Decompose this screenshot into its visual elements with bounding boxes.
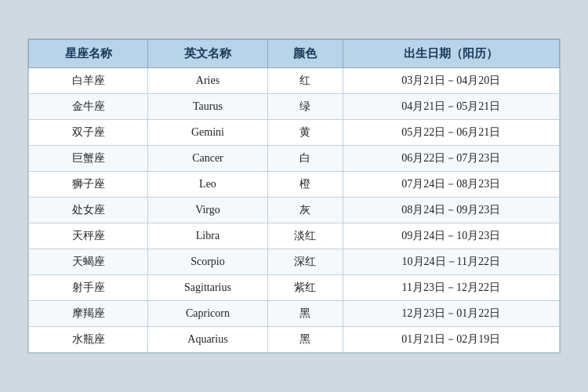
cell-color: 绿 bbox=[267, 94, 343, 120]
cell-chinese: 巨蟹座 bbox=[29, 146, 148, 172]
cell-dates: 09月24日－10月23日 bbox=[343, 223, 559, 249]
cell-english: Virgo bbox=[148, 198, 267, 223]
zodiac-table-container: 星座名称 英文名称 颜色 出生日期（阳历） 白羊座Aries红03月21日－04… bbox=[27, 38, 561, 354]
cell-dates: 07月24日－08月23日 bbox=[343, 172, 559, 198]
table-row: 射手座Sagittarius紫红11月23日－12月22日 bbox=[29, 275, 560, 301]
table-row: 水瓶座Aquarius黑01月21日－02月19日 bbox=[29, 327, 560, 353]
table-row: 巨蟹座Cancer白06月22日－07月23日 bbox=[29, 146, 560, 172]
cell-chinese: 天蝎座 bbox=[29, 249, 148, 275]
cell-color: 黑 bbox=[267, 327, 343, 353]
table-body: 白羊座Aries红03月21日－04月20日金牛座Taurus绿04月21日－0… bbox=[29, 68, 560, 353]
cell-dates: 12月23日－01月22日 bbox=[343, 301, 559, 327]
cell-english: Gemini bbox=[148, 120, 267, 146]
table-row: 天秤座Libra淡红09月24日－10月23日 bbox=[29, 223, 560, 249]
cell-chinese: 狮子座 bbox=[29, 172, 148, 198]
cell-color: 紫红 bbox=[267, 275, 343, 301]
table-row: 处女座Virgo灰08月24日－09月23日 bbox=[29, 198, 560, 223]
cell-chinese: 天秤座 bbox=[29, 223, 148, 249]
header-chinese-name: 星座名称 bbox=[29, 40, 148, 68]
table-header-row: 星座名称 英文名称 颜色 出生日期（阳历） bbox=[29, 40, 560, 68]
cell-color: 黑 bbox=[267, 301, 343, 327]
header-color: 颜色 bbox=[267, 40, 343, 68]
cell-dates: 08月24日－09月23日 bbox=[343, 198, 559, 223]
table-row: 天蝎座Scorpio深红10月24日－11月22日 bbox=[29, 249, 560, 275]
cell-dates: 01月21日－02月19日 bbox=[343, 327, 559, 353]
cell-color: 橙 bbox=[267, 172, 343, 198]
cell-color: 黄 bbox=[267, 120, 343, 146]
cell-dates: 11月23日－12月22日 bbox=[343, 275, 559, 301]
cell-english: Taurus bbox=[148, 94, 267, 120]
zodiac-table: 星座名称 英文名称 颜色 出生日期（阳历） 白羊座Aries红03月21日－04… bbox=[28, 39, 560, 353]
cell-english: Scorpio bbox=[148, 249, 267, 275]
table-row: 狮子座Leo橙07月24日－08月23日 bbox=[29, 172, 560, 198]
cell-color: 白 bbox=[267, 146, 343, 172]
cell-color: 深红 bbox=[267, 249, 343, 275]
table-row: 摩羯座Capricorn黑12月23日－01月22日 bbox=[29, 301, 560, 327]
cell-chinese: 处女座 bbox=[29, 198, 148, 223]
cell-color: 灰 bbox=[267, 198, 343, 223]
cell-english: Aries bbox=[148, 68, 267, 94]
cell-chinese: 金牛座 bbox=[29, 94, 148, 120]
cell-dates: 06月22日－07月23日 bbox=[343, 146, 559, 172]
cell-dates: 04月21日－05月21日 bbox=[343, 94, 559, 120]
cell-english: Capricorn bbox=[148, 301, 267, 327]
table-row: 金牛座Taurus绿04月21日－05月21日 bbox=[29, 94, 560, 120]
cell-dates: 10月24日－11月22日 bbox=[343, 249, 559, 275]
cell-chinese: 白羊座 bbox=[29, 68, 148, 94]
cell-english: Leo bbox=[148, 172, 267, 198]
cell-dates: 05月22日－06月21日 bbox=[343, 120, 559, 146]
table-row: 白羊座Aries红03月21日－04月20日 bbox=[29, 68, 560, 94]
cell-english: Sagittarius bbox=[148, 275, 267, 301]
cell-english: Aquarius bbox=[148, 327, 267, 353]
cell-english: Cancer bbox=[148, 146, 267, 172]
cell-dates: 03月21日－04月20日 bbox=[343, 68, 559, 94]
header-english-name: 英文名称 bbox=[148, 40, 267, 68]
header-dates: 出生日期（阳历） bbox=[343, 40, 559, 68]
table-row: 双子座Gemini黄05月22日－06月21日 bbox=[29, 120, 560, 146]
cell-chinese: 摩羯座 bbox=[29, 301, 148, 327]
cell-chinese: 双子座 bbox=[29, 120, 148, 146]
cell-chinese: 射手座 bbox=[29, 275, 148, 301]
cell-color: 红 bbox=[267, 68, 343, 94]
cell-english: Libra bbox=[148, 223, 267, 249]
cell-chinese: 水瓶座 bbox=[29, 327, 148, 353]
cell-color: 淡红 bbox=[267, 223, 343, 249]
